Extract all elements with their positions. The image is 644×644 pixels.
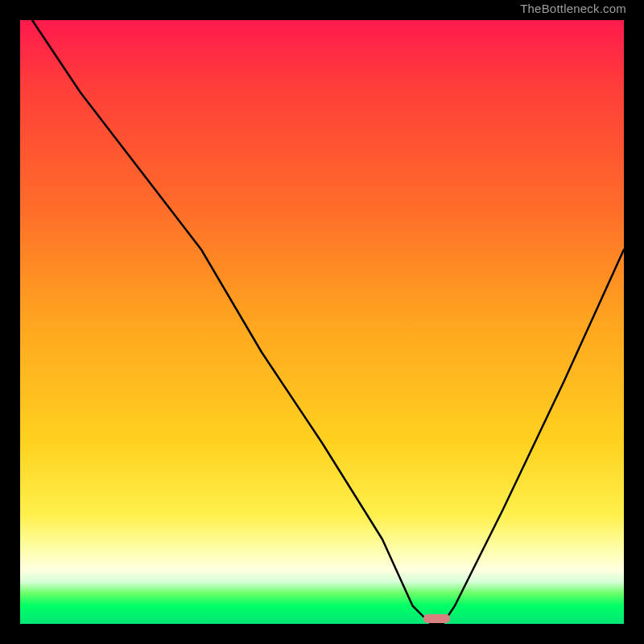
optimal-marker xyxy=(423,614,450,623)
bottleneck-line xyxy=(32,20,624,624)
chart-overlay xyxy=(20,20,624,624)
plot-area xyxy=(20,20,624,624)
watermark-text: TheBottleneck.com xyxy=(16,2,626,16)
chart-frame: TheBottleneck.com xyxy=(16,16,628,628)
